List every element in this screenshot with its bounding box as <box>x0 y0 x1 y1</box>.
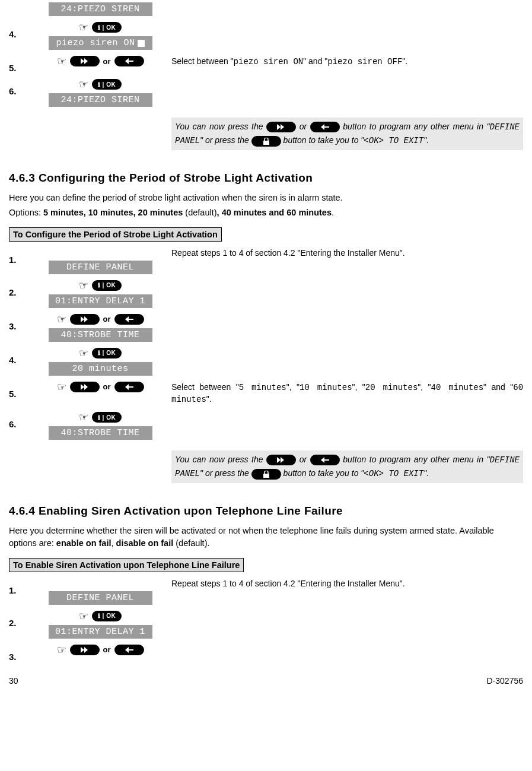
step-description: Repeat steps 1 to 4 of section 4.2 "Ente… <box>171 577 523 590</box>
back-button[interactable] <box>310 122 340 132</box>
back-button[interactable] <box>114 645 144 655</box>
step-description: Select between "5 minutes", "10 minutes"… <box>171 380 523 406</box>
note-box: You can now press the or button to progr… <box>171 450 523 483</box>
point-hand-icon: ☞ <box>79 412 88 423</box>
note-box: You can now press the or button to progr… <box>171 118 523 150</box>
point-hand-icon: ☞ <box>79 348 88 358</box>
step-number: 4. <box>9 21 29 39</box>
intro-text: Options: 5 minutes, 10 minutes, 20 minut… <box>9 207 523 219</box>
forward-button[interactable] <box>70 56 100 66</box>
lcd-display: 01:ENTRY DELAY 1 <box>49 294 152 308</box>
point-hand-icon: ☞ <box>57 56 66 66</box>
back-button[interactable] <box>310 455 340 465</box>
forward-button[interactable] <box>70 382 100 392</box>
lcd-display: DEFINE PANEL <box>49 261 152 274</box>
step-number: 3. <box>9 643 29 662</box>
document-id: D-302756 <box>487 676 524 686</box>
point-hand-icon: ☞ <box>57 314 66 325</box>
info-ok-button[interactable]: ℹ | OK <box>92 79 122 90</box>
section-heading: 4.6.4 Enabling Siren Activation upon Tel… <box>9 505 523 518</box>
step-number: 3. <box>9 313 29 331</box>
forward-button[interactable] <box>266 122 296 132</box>
lcd-display: 40:STROBE TIME <box>49 426 152 440</box>
page-number: 30 <box>9 676 18 686</box>
cursor-icon <box>138 40 145 47</box>
info-ok-button[interactable]: ℹ | OK <box>92 22 122 33</box>
back-button[interactable] <box>114 382 144 392</box>
point-hand-icon: ☞ <box>57 645 66 655</box>
step-description: Select between "piezo siren ON" and "pie… <box>171 55 523 68</box>
lcd-display: piezo siren ON <box>49 36 152 50</box>
lock-button[interactable] <box>251 469 281 480</box>
info-ok-button[interactable]: ℹ | OK <box>92 611 122 621</box>
procedure-header: To Configure the Period of Strobe Light … <box>9 227 222 242</box>
step-number: 1. <box>9 246 29 265</box>
step-number: 5. <box>9 55 29 73</box>
back-button[interactable] <box>114 314 144 325</box>
step-description: Repeat steps 1 to 4 of section 4.2 "Ente… <box>171 246 523 259</box>
lcd-display: 24:PIEZO SIREN <box>49 93 152 107</box>
or-label: or <box>103 57 111 66</box>
point-hand-icon: ☞ <box>79 280 88 291</box>
procedure-header: To Enable Siren Activation upon Telephon… <box>9 558 244 572</box>
lcd-display: DEFINE PANEL <box>49 591 152 605</box>
info-ok-button[interactable]: ℹ | OK <box>92 348 122 358</box>
point-hand-icon: ☞ <box>79 79 88 90</box>
point-hand-icon: ☞ <box>57 382 66 392</box>
step-number: 2. <box>9 279 29 297</box>
lcd-display: 24:PIEZO SIREN <box>49 2 152 16</box>
intro-text: Here you determine whether the siren wil… <box>9 525 523 550</box>
step-number: 4. <box>9 347 29 365</box>
step-number: 5. <box>9 380 29 399</box>
forward-button[interactable] <box>70 314 100 325</box>
lcd-display: 40:STROBE TIME <box>49 328 152 342</box>
point-hand-icon: ☞ <box>79 22 88 33</box>
or-label: or <box>103 645 111 654</box>
step-number: 6. <box>9 78 29 96</box>
lcd-display: 20 minutes <box>49 362 152 376</box>
step-number: 2. <box>9 610 29 628</box>
or-label: or <box>103 315 111 323</box>
info-ok-button[interactable]: ℹ | OK <box>92 412 122 423</box>
step-number: 6. <box>9 411 29 429</box>
forward-button[interactable] <box>266 455 296 465</box>
back-button[interactable] <box>114 56 144 66</box>
intro-text: Here you can define the period of strobe… <box>9 192 523 204</box>
point-hand-icon: ☞ <box>79 611 88 621</box>
forward-button[interactable] <box>70 645 100 655</box>
or-label: or <box>103 382 111 391</box>
lock-button[interactable] <box>251 136 281 147</box>
section-heading: 4.6.3 Configuring the Period of Strobe L… <box>9 172 523 185</box>
step-number: 1. <box>9 577 29 595</box>
lcd-display: 01:ENTRY DELAY 1 <box>49 625 152 639</box>
info-ok-button[interactable]: ℹ | OK <box>92 280 122 291</box>
